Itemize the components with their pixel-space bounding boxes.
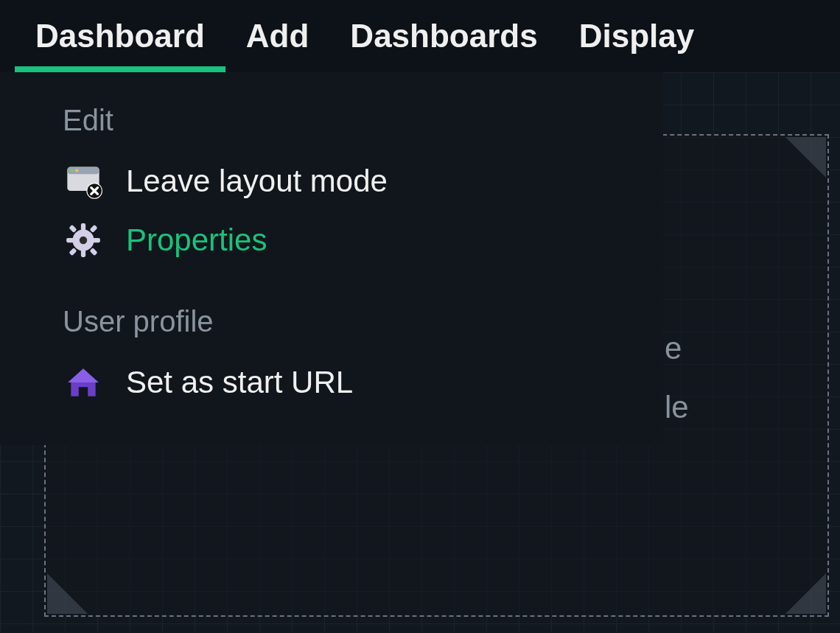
tab-display[interactable]: Display [559,0,715,72]
home-icon [63,362,104,403]
dashboard-dropdown: Edit Leave layout mode [0,72,663,445]
tab-label: Dashboards [350,18,537,55]
svg-rect-13 [93,238,100,242]
resize-handle-bottom-left[interactable] [47,573,88,614]
tab-label: Add [246,18,309,55]
svg-rect-14 [69,225,77,233]
menu-item-set-start-url[interactable]: Set as start URL [0,353,663,412]
menu-item-properties[interactable]: Properties [0,211,663,270]
resize-handle-top-right[interactable] [785,137,826,178]
svg-rect-15 [90,225,98,233]
menu-item-label: Properties [126,223,267,258]
svg-rect-11 [81,250,85,257]
menu-item-label: Leave layout mode [126,164,388,199]
menu-item-leave-layout-mode[interactable]: Leave layout mode [0,152,663,211]
menu-item-label: Set as start URL [126,365,353,400]
tab-dashboards[interactable]: Dashboards [329,0,558,72]
svg-rect-16 [69,248,77,256]
svg-point-3 [71,169,74,172]
tab-label: Dashboard [35,18,205,55]
svg-rect-10 [81,223,85,231]
dropdown-section-edit: Edit [0,98,663,152]
svg-point-4 [75,169,78,172]
partial-label-2: le [665,390,689,425]
top-nav: Dashboard Add Dashboards Display [0,0,840,72]
layout-exit-icon [63,161,104,202]
svg-rect-17 [90,248,98,256]
dropdown-section-user-profile: User profile [0,299,663,353]
tab-dashboard[interactable]: Dashboard [15,0,225,72]
gear-icon [63,220,104,261]
resize-handle-bottom-right[interactable] [785,573,826,614]
partial-label-1: e [665,331,682,366]
svg-point-18 [80,237,87,244]
tab-add[interactable]: Add [225,0,330,72]
tab-label: Display [579,18,695,55]
svg-rect-12 [66,238,74,242]
